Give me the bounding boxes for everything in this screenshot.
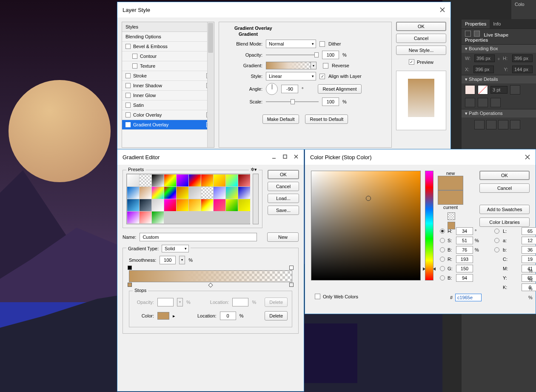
opacity-stop-right[interactable]	[289, 266, 294, 270]
new-button[interactable]: New	[267, 232, 299, 242]
ok-button[interactable]: OK	[479, 171, 530, 180]
gradient-preview[interactable]: ▾	[266, 62, 311, 69]
color-stop-right[interactable]	[289, 283, 294, 287]
chevron-down-icon[interactable]: ▾	[311, 62, 316, 69]
preset-swatch[interactable]	[177, 175, 188, 186]
preset-swatch[interactable]	[140, 212, 151, 223]
bb-radio[interactable]	[440, 275, 445, 280]
preset-swatch[interactable]	[189, 175, 201, 186]
pathop-exclude[interactable]	[510, 120, 520, 129]
gear-icon[interactable]: ✲▾	[249, 167, 259, 172]
style-item-inner-shadow[interactable]: Inner Shadow+	[122, 81, 214, 91]
style-item-satin[interactable]: Satin	[122, 100, 214, 110]
chevron-down-icon[interactable]: ▾	[179, 256, 185, 264]
type-select[interactable]: Solid▾	[162, 245, 189, 252]
g-radio[interactable]	[440, 266, 445, 271]
stroke-type[interactable]	[510, 85, 520, 94]
preset-swatch[interactable]	[238, 187, 250, 199]
cancel-button[interactable]: Cancel	[268, 182, 299, 191]
close-icon[interactable]	[525, 154, 530, 160]
style-item-stroke[interactable]: Stroke+	[122, 71, 214, 81]
scale-slider[interactable]	[266, 99, 319, 105]
make-default-button[interactable]: Make Default	[262, 114, 299, 124]
preset-swatch[interactable]	[201, 175, 213, 186]
color-field[interactable]	[311, 171, 421, 280]
h-radio[interactable]	[440, 229, 445, 234]
style-item-texture[interactable]: Texture	[122, 61, 214, 71]
angle-input[interactable]	[281, 85, 298, 93]
y-input[interactable]	[512, 66, 533, 73]
opacity-stop-left[interactable]	[128, 266, 132, 270]
pathop-combine[interactable]	[474, 120, 485, 129]
b2-input[interactable]	[522, 246, 536, 254]
scale-input[interactable]	[322, 97, 339, 106]
angle-dial[interactable]	[266, 83, 278, 95]
preset-swatch[interactable]	[214, 175, 225, 186]
preset-swatch[interactable]	[177, 199, 188, 211]
delete-color-stop[interactable]: Delete	[265, 311, 288, 320]
shape-details-head[interactable]: ▾ Shape Details	[462, 75, 536, 83]
preset-swatch[interactable]	[140, 175, 151, 186]
preset-swatch[interactable]	[127, 175, 139, 186]
height-input[interactable]	[512, 54, 533, 62]
play-icon[interactable]: ▸	[173, 313, 175, 319]
hex-input[interactable]	[455, 294, 482, 301]
gradient-name-input[interactable]	[140, 233, 257, 241]
webonly-checkbox[interactable]	[315, 294, 320, 299]
preset-swatch[interactable]	[164, 187, 176, 199]
preset-swatch[interactable]	[140, 199, 151, 211]
stop-color-swatch[interactable]	[157, 312, 169, 320]
cancel-button[interactable]: Cancel	[479, 183, 530, 193]
cancel-button[interactable]: Cancel	[396, 34, 446, 43]
preset-swatch[interactable]	[152, 175, 164, 186]
preset-swatch[interactable]	[226, 187, 238, 199]
tab-info[interactable]: Info	[490, 20, 504, 29]
style-item-bevel-emboss[interactable]: Bevel & Emboss	[122, 42, 214, 52]
midpoint-diamond[interactable]	[208, 283, 213, 287]
preset-swatch[interactable]	[214, 199, 225, 211]
close-icon[interactable]	[294, 154, 299, 160]
add-swatches-button[interactable]: Add to Swatches	[479, 205, 530, 214]
preset-swatch[interactable]	[127, 212, 139, 223]
stroke-align[interactable]	[465, 98, 475, 107]
preset-swatch[interactable]	[127, 199, 139, 211]
load-button[interactable]: Load...	[268, 194, 299, 203]
b2-radio[interactable]	[494, 247, 499, 252]
style-select[interactable]: Linear▾	[266, 72, 316, 80]
ok-button[interactable]: OK	[396, 22, 446, 31]
smoothness-input[interactable]	[160, 256, 176, 264]
minimize-icon[interactable]	[271, 154, 277, 160]
dither-checkbox[interactable]	[319, 41, 325, 47]
styles-scrollbar[interactable]	[207, 22, 214, 147]
color-ring[interactable]	[366, 196, 371, 201]
preset-swatch[interactable]	[152, 212, 164, 223]
pathop-intersect[interactable]	[498, 120, 508, 129]
a-radio[interactable]	[494, 238, 499, 243]
opacity-slider[interactable]	[266, 52, 319, 58]
style-item-gradient-overlay[interactable]: ✓Gradient Overlay+	[122, 120, 214, 130]
stroke-width[interactable]	[490, 86, 507, 94]
stroke-swatch[interactable]	[478, 85, 488, 94]
g-input[interactable]	[456, 265, 473, 272]
a-input[interactable]	[522, 237, 536, 244]
preset-swatch[interactable]	[226, 175, 238, 186]
s-input[interactable]	[456, 237, 473, 244]
h-input[interactable]	[456, 227, 473, 235]
x-input[interactable]	[473, 66, 494, 73]
preset-swatch[interactable]	[164, 199, 176, 211]
b-input[interactable]	[456, 246, 473, 254]
reset-alignment-button[interactable]: Reset Alignment	[318, 84, 361, 94]
link-icon[interactable]: ⬨	[497, 56, 500, 61]
style-item-inner-glow[interactable]: Inner Glow	[122, 91, 214, 100]
tab-properties[interactable]: Properties	[462, 20, 490, 29]
preset-swatch[interactable]	[201, 199, 213, 211]
stroke-caps[interactable]	[478, 98, 488, 107]
color-stop-left[interactable]	[128, 283, 132, 287]
pathop-subtract[interactable]	[486, 120, 496, 129]
preset-swatch[interactable]	[189, 199, 201, 211]
l-radio[interactable]	[494, 229, 499, 234]
preset-swatch[interactable]	[214, 187, 225, 199]
stroke-corners[interactable]	[490, 98, 501, 107]
preset-swatch[interactable]	[226, 199, 238, 211]
new-style-button[interactable]: New Style...	[396, 46, 446, 55]
